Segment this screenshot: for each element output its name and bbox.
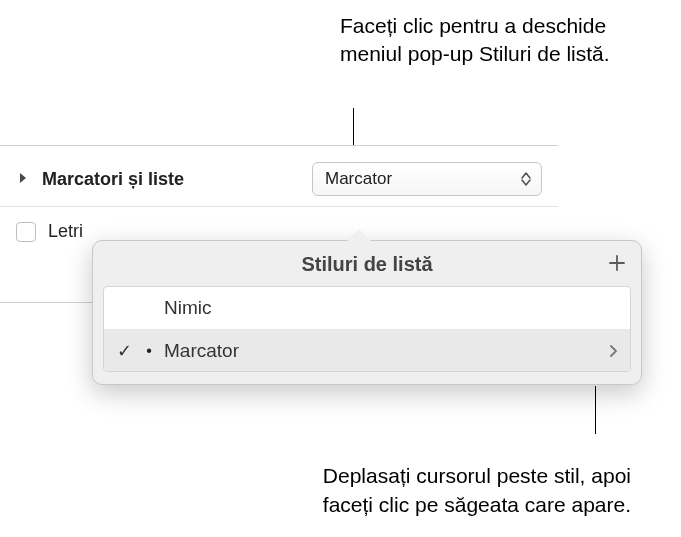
list-styles-popover: Stiluri de listă Nimic ✓ • Marcator [92, 240, 642, 385]
annotation-open-popup: Faceți clic pentru a deschide meniul pop… [340, 12, 640, 69]
list-item-nimic[interactable]: Nimic [104, 287, 630, 329]
popup-value: Marcator [325, 169, 392, 189]
disclosure-icon[interactable] [16, 171, 30, 187]
list-item-marcator[interactable]: ✓ • Marcator [104, 329, 630, 371]
style-list: Nimic ✓ • Marcator [103, 286, 631, 372]
bullets-lists-row: Marcatori și liste Marcator [0, 146, 558, 207]
callout-line-bottom [595, 386, 596, 434]
item-label: Nimic [164, 297, 618, 319]
row2-label: Letri [48, 221, 83, 242]
bullet-icon: • [144, 342, 154, 360]
popover-title-text: Stiluri de listă [301, 253, 432, 275]
popover-title: Stiluri de listă [93, 241, 641, 286]
checkmark-icon: ✓ [114, 340, 134, 362]
updown-chevron-icon [517, 167, 535, 191]
chevron-right-icon[interactable] [609, 344, 618, 358]
section-title: Marcatori și liste [42, 169, 184, 190]
add-style-button[interactable] [607, 251, 627, 277]
checkbox[interactable] [16, 222, 36, 242]
list-style-popup-button[interactable]: Marcator [312, 162, 542, 196]
item-label: Marcator [164, 340, 599, 362]
annotation-hover-arrow: Deplasați cursorul peste stil, apoi face… [311, 462, 631, 519]
